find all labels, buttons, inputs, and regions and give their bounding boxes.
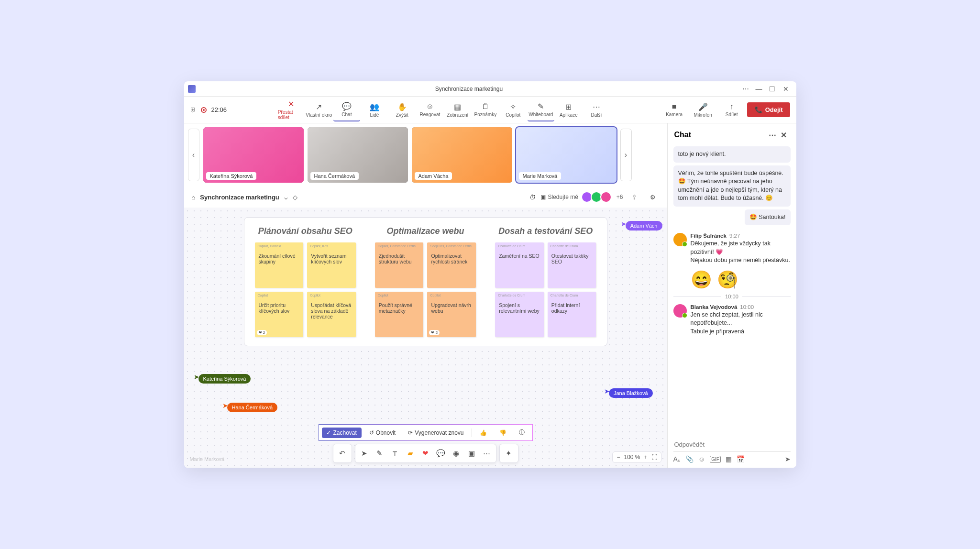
react-button[interactable]: ☺Reagovat bbox=[417, 99, 443, 121]
share-icon: ↑ bbox=[730, 102, 734, 111]
fit-screen-button[interactable]: ⛶ bbox=[651, 454, 657, 461]
sticky-note[interactable]: Copilot, KofiVytvořit seznam klíčových s… bbox=[307, 242, 356, 288]
regenerate-button[interactable]: ⟳ Vygenerovat znovu bbox=[403, 428, 468, 438]
avatar bbox=[673, 304, 687, 318]
thumbs-up-button[interactable]: 👍 bbox=[475, 428, 492, 438]
video-tile[interactable]: Marie Marková bbox=[516, 127, 617, 183]
chat-close-icon[interactable]: ✕ bbox=[778, 129, 790, 141]
gallery-prev-button[interactable]: ‹ bbox=[188, 129, 199, 181]
camera-button[interactable]: ■Kamera bbox=[661, 99, 688, 121]
app-window: Synchronizace marketingu ⋯ — ☐ ✕ ⛨ 22:06… bbox=[184, 81, 796, 468]
close-icon[interactable]: ✕ bbox=[779, 82, 793, 96]
settings-icon[interactable]: ⚙ bbox=[646, 190, 660, 204]
remote-cursor: ➤Hana Čermáková bbox=[222, 399, 278, 412]
sticky-note[interactable]: CopilotUpgradovat návrh webu❤ 2 bbox=[427, 292, 476, 337]
zoom-in-button[interactable]: + bbox=[644, 454, 647, 461]
notes-button[interactable]: 🗒Poznámky bbox=[472, 99, 499, 121]
more-icon: ⋯ bbox=[593, 102, 600, 111]
sticky-note[interactable]: CopilotUrčit prioritu klíčových slov❤ 2 bbox=[255, 292, 304, 337]
comment-tool[interactable]: 💬 bbox=[434, 446, 448, 461]
copilot-tool[interactable]: ✦ bbox=[502, 446, 516, 461]
minimize-icon[interactable]: — bbox=[752, 82, 766, 96]
more-icon[interactable]: ⋯ bbox=[739, 82, 752, 96]
phone-icon: 📞 bbox=[755, 106, 762, 113]
undo-button[interactable]: ↶ bbox=[335, 446, 350, 461]
whiteboard-button[interactable]: ✎Whiteboard bbox=[528, 99, 554, 121]
gif-icon[interactable]: GIF bbox=[710, 456, 721, 463]
video-tile[interactable]: Hana Čermáková bbox=[308, 127, 408, 183]
reaction-bubble: 🤩 Santouka! bbox=[745, 209, 791, 226]
extra-count[interactable]: +6 bbox=[617, 194, 623, 200]
keep-button[interactable]: ✓ Zachovat bbox=[321, 428, 361, 438]
popout-icon: ↗ bbox=[316, 102, 322, 111]
more-button[interactable]: ⋯Další bbox=[583, 99, 610, 121]
sticky-note[interactable]: Copilot, Constance FerrisZjednodušit str… bbox=[375, 242, 424, 288]
timer-icon[interactable]: ⏱ bbox=[529, 194, 536, 201]
whiteboard-canvas[interactable]: Plánování obsahu SEOCopilot, DanielaZkou… bbox=[184, 208, 667, 468]
copilot-button[interactable]: ✧Copilot bbox=[500, 99, 527, 121]
stop-share-button[interactable]: ✕Přestat sdílet bbox=[278, 99, 305, 121]
breadcrumb[interactable]: Synchronizace marketingu bbox=[200, 194, 279, 201]
remote-cursor: ➤Jana Blažková bbox=[604, 384, 653, 398]
shapes-tool[interactable]: ◉ bbox=[449, 446, 463, 461]
sticky-note[interactable]: Charlotte de CrumOtestovat taktiky SEO bbox=[548, 242, 596, 288]
attach-icon[interactable]: 📎 bbox=[685, 455, 694, 463]
people-button[interactable]: 👥Lidé bbox=[361, 99, 388, 121]
image-tool[interactable]: ▣ bbox=[464, 446, 479, 461]
pen-tool[interactable]: ✎ bbox=[373, 446, 387, 461]
home-icon[interactable]: ⌂ bbox=[192, 194, 196, 201]
video-gallery: ‹ Kateřina SýkorováHana ČermákováAdam Vá… bbox=[184, 123, 667, 187]
sticky-note[interactable]: Seoji Bell, Constance FerrisOptimalizova… bbox=[427, 242, 476, 288]
apps-button[interactable]: ⊞Aplikace bbox=[555, 99, 582, 121]
follow-me-button[interactable]: ▣ Sledujte mě bbox=[540, 190, 578, 204]
schedule-icon[interactable]: 📅 bbox=[737, 455, 745, 463]
send-button[interactable]: ➤ bbox=[785, 455, 791, 463]
tag-icon[interactable]: ◇ bbox=[293, 194, 297, 201]
zoom-out-button[interactable]: − bbox=[617, 454, 620, 461]
participant-name: Adam Vácha bbox=[415, 172, 452, 180]
emoji-icon[interactable]: ☺ bbox=[698, 455, 705, 463]
info-icon[interactable]: ⓘ bbox=[514, 427, 529, 439]
share-button[interactable]: ↑Sdílet bbox=[718, 99, 745, 121]
pointer-tool[interactable]: ➤ bbox=[357, 446, 372, 461]
sticky-note[interactable]: CopilotPoužít správné metaznačky bbox=[375, 292, 424, 337]
thumbs-down-button[interactable]: 👎 bbox=[495, 428, 511, 438]
remote-cursor: ➤Adam Vách bbox=[621, 217, 662, 231]
titlebar: Synchronizace marketingu ⋯ — ☐ ✕ bbox=[184, 81, 796, 97]
chat-bubble: Věřím, že tohle spuštění bude úspěšné. 🤩… bbox=[673, 165, 791, 207]
popout-button[interactable]: ↗Vlastní okno bbox=[306, 99, 332, 121]
chat-message: Filip Šafránek9:27Děkujeme, že jste vždy… bbox=[673, 233, 791, 265]
gallery-next-button[interactable]: › bbox=[620, 129, 632, 181]
participant-avatars[interactable] bbox=[583, 191, 612, 203]
mic-button[interactable]: 🎤Mikrofon bbox=[690, 99, 716, 121]
sticky-note[interactable]: Charlotte de CrumSpojení s relevantními … bbox=[495, 292, 544, 337]
participant-name: Marie Marková bbox=[519, 172, 562, 180]
reply-input[interactable] bbox=[673, 438, 791, 451]
chat-more-icon[interactable]: ⋯ bbox=[767, 129, 778, 141]
video-tile[interactable]: Kateřina Sýkorová bbox=[203, 127, 304, 183]
view-button[interactable]: ▦Zobrazení bbox=[444, 99, 471, 121]
sticky-note[interactable]: Copilot, DanielaZkoumání cílové skupiny bbox=[255, 242, 304, 288]
people-icon: 👥 bbox=[370, 102, 379, 111]
sticky-note[interactable]: Charlotte de CrumPřidat interní odkazy bbox=[548, 292, 596, 337]
raise-button[interactable]: ✋Zvýšit bbox=[389, 99, 416, 121]
sticker-icon[interactable]: ▦ bbox=[726, 455, 732, 463]
sticky-note[interactable]: Charlotte de CrumZaměření na SEO bbox=[495, 242, 544, 288]
heart-tool[interactable]: ❤ bbox=[418, 446, 433, 461]
refresh-button[interactable]: ↺ Obnovit bbox=[364, 428, 400, 438]
text-tool[interactable]: T bbox=[388, 446, 402, 461]
apps-icon: ⊞ bbox=[565, 102, 572, 111]
chat-button[interactable]: 💬Chat bbox=[333, 99, 360, 121]
participant-name: Kateřina Sýkorová bbox=[206, 172, 257, 180]
maximize-icon[interactable]: ☐ bbox=[766, 82, 779, 96]
share-icon[interactable]: ⇪ bbox=[628, 190, 641, 204]
meeting-timer: 22:06 bbox=[211, 106, 227, 113]
sticky-tool[interactable]: ▰ bbox=[403, 446, 418, 461]
video-tile[interactable]: Adam Vácha bbox=[412, 127, 512, 183]
leave-button[interactable]: 📞 Odejít bbox=[747, 102, 791, 117]
sticky-note[interactable]: CopilotUspořádat klíčová slova na základ… bbox=[307, 292, 356, 337]
copilot-icon: ✧ bbox=[510, 102, 516, 111]
more-tools[interactable]: ⋯ bbox=[480, 446, 494, 461]
chevron-down-icon[interactable]: ⌵ bbox=[284, 194, 288, 201]
format-icon[interactable]: Aᵤ bbox=[673, 455, 681, 463]
